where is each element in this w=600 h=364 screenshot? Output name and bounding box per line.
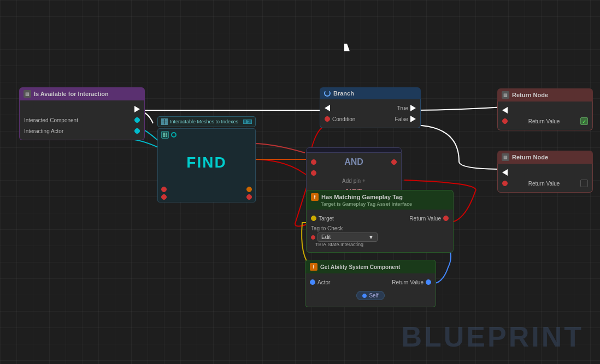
interacted-component-pin[interactable] bbox=[134, 117, 140, 123]
tag-value: Edit bbox=[321, 234, 331, 240]
tag-input-row: Edit ▼ bbox=[311, 232, 449, 242]
return-node-2: ▤ Return Node Return Value bbox=[497, 151, 593, 193]
branch-node: Branch True Condition False bbox=[320, 87, 421, 128]
branch-false-pin[interactable] bbox=[410, 116, 416, 122]
hastag-target-label: Target bbox=[319, 216, 334, 222]
find-pins bbox=[158, 184, 255, 202]
add-pin-icon: + bbox=[362, 178, 366, 184]
branch-true-label: True bbox=[397, 105, 408, 111]
getability-title: Get Ability System Component bbox=[320, 264, 400, 270]
dropdown-arrow: ▼ bbox=[368, 234, 374, 240]
exec-out-row bbox=[20, 104, 144, 115]
tag-dropdown[interactable]: Edit ▼ bbox=[317, 232, 378, 242]
meshes-arrow bbox=[246, 120, 249, 124]
add-pin-row[interactable]: Add pin + bbox=[307, 177, 401, 185]
return1-title: Return Node bbox=[512, 92, 548, 98]
branch-body: True Condition False bbox=[320, 99, 421, 128]
branch-false-label: False bbox=[395, 116, 408, 122]
return1-checkbox[interactable]: ✓ bbox=[580, 117, 588, 125]
return1-value-row: Return Value ✓ bbox=[498, 116, 592, 127]
getability-self-row: Self bbox=[305, 288, 436, 303]
find-out-pin-2[interactable] bbox=[246, 194, 252, 200]
getability-return-pin[interactable] bbox=[426, 279, 431, 285]
and-row-2 bbox=[307, 169, 401, 177]
find-grid-inner bbox=[163, 133, 167, 137]
getability-return-label: Return Value bbox=[392, 279, 423, 285]
hastag-return-pin[interactable] bbox=[443, 216, 449, 221]
find-out-pin-1[interactable] bbox=[246, 187, 252, 192]
get-ability-system-node: f Get Ability System Component Actor Ret… bbox=[305, 260, 436, 307]
and-out[interactable] bbox=[391, 159, 397, 165]
tag-pin[interactable] bbox=[311, 235, 315, 240]
hastag-title-row: f Has Matching Gameplay Tag bbox=[311, 193, 403, 201]
getability-header: f Get Ability System Component bbox=[305, 260, 436, 273]
getability-func-icon: f bbox=[310, 263, 317, 271]
find-label: FIND bbox=[158, 141, 255, 184]
is-available-node: ▤ Is Available for Interaction Interacte… bbox=[19, 87, 145, 140]
find-left-pins bbox=[161, 187, 167, 200]
and-in-2[interactable] bbox=[311, 170, 316, 176]
return1-header: ▤ Return Node bbox=[497, 88, 593, 102]
return2-title: Return Node bbox=[512, 154, 548, 160]
and-label: AND bbox=[344, 156, 363, 168]
tag-check-section: Tag to Check Edit ▼ TBIA.State.Interacti… bbox=[307, 224, 453, 249]
is-available-title: Is Available for Interaction bbox=[34, 91, 109, 97]
return-node-1: ▤ Return Node Return Value ✓ bbox=[497, 88, 593, 130]
interacted-component-label: Interacted Component bbox=[24, 117, 78, 123]
hastag-func-icon: f bbox=[311, 193, 319, 201]
find-pin-2[interactable] bbox=[161, 194, 167, 200]
find-pin-1[interactable] bbox=[161, 187, 167, 192]
return1-value-pin[interactable] bbox=[502, 118, 508, 124]
self-button[interactable]: Self bbox=[356, 291, 384, 300]
and-in-1[interactable] bbox=[311, 159, 316, 165]
refresh-icon bbox=[324, 90, 331, 97]
hastag-body: Target Return Value Tag to Check Edit ▼ … bbox=[306, 210, 454, 253]
interacting-actor-row: Interacting Actor bbox=[20, 126, 144, 136]
self-pin[interactable] bbox=[362, 294, 367, 298]
hastag-header: f Has Matching Gameplay Tag Target is Ga… bbox=[306, 190, 454, 210]
interacting-actor-label: Interacting Actor bbox=[24, 128, 63, 134]
meshes-title: Interactable Meshes to Indexes bbox=[170, 119, 238, 124]
getability-actor-pin[interactable] bbox=[310, 279, 315, 285]
interacting-actor-pin[interactable] bbox=[134, 128, 140, 134]
blueprint-watermark: BLUEPRINT bbox=[401, 320, 584, 353]
return1-exec-row bbox=[498, 105, 592, 116]
getability-actor-label: Actor bbox=[317, 279, 330, 285]
find-right-pins bbox=[246, 187, 252, 200]
getability-actor-row: Actor Return Value bbox=[305, 277, 436, 288]
branch-true-pin[interactable] bbox=[410, 105, 416, 111]
branch-condition-row: Condition False bbox=[320, 114, 420, 124]
return2-value-label: Return Value bbox=[528, 181, 560, 187]
return2-checkbox[interactable] bbox=[580, 180, 588, 187]
meshes-header: Interactable Meshes to Indexes bbox=[157, 116, 256, 127]
film-icon: ▤ bbox=[23, 90, 31, 98]
meshes-connector bbox=[243, 120, 252, 124]
and-not-header bbox=[306, 147, 402, 153]
return2-value-pin[interactable] bbox=[502, 181, 508, 186]
add-pin-label: Add pin bbox=[342, 178, 361, 184]
return2-header: ▤ Return Node bbox=[497, 151, 593, 164]
return2-exec-in[interactable] bbox=[502, 169, 508, 176]
branch-exec-row: True bbox=[320, 103, 420, 114]
branch-condition-label: Condition bbox=[332, 116, 355, 122]
branch-condition-pin[interactable] bbox=[325, 116, 330, 122]
tag-to-check-label: Tag to Check bbox=[311, 225, 449, 231]
branch-title: Branch bbox=[333, 90, 354, 97]
has-matching-tag-node: f Has Matching Gameplay Tag Target is Ga… bbox=[306, 190, 454, 253]
tag-sub-value: TBIA.State.Interacting bbox=[311, 242, 449, 247]
return1-film-icon: ▤ bbox=[502, 91, 509, 99]
getability-body: Actor Return Value Self bbox=[305, 273, 436, 307]
exec-out-pin[interactable] bbox=[134, 106, 140, 112]
hastag-subtitle: Target is Gameplay Tag Asset Interface bbox=[311, 201, 412, 207]
branch-exec-in[interactable] bbox=[325, 105, 330, 111]
return1-exec-in[interactable] bbox=[502, 107, 508, 114]
is-available-header: ▤ Is Available for Interaction bbox=[19, 87, 145, 100]
return2-value-row: Return Value bbox=[498, 178, 592, 189]
mouse-cursor bbox=[344, 44, 352, 55]
hastag-title: Has Matching Gameplay Tag bbox=[321, 194, 403, 200]
grid-icon bbox=[161, 118, 168, 125]
hastag-target-pin[interactable] bbox=[311, 216, 316, 221]
is-available-body: Interacted Component Interacting Actor bbox=[19, 100, 145, 140]
find-circle-icon bbox=[171, 132, 177, 138]
self-label: Self bbox=[369, 293, 378, 299]
